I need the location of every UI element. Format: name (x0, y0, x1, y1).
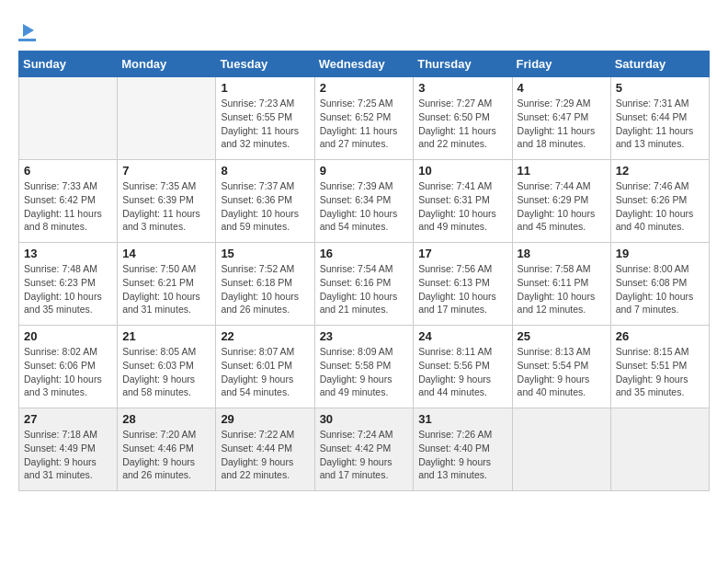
week-row-5: 27Sunrise: 7:18 AMSunset: 4:49 PMDayligh… (19, 408, 710, 491)
calendar-cell: 1Sunrise: 7:23 AMSunset: 6:55 PMDaylight… (216, 77, 314, 160)
day-number: 6 (24, 164, 112, 178)
day-number: 11 (518, 164, 606, 178)
day-number: 2 (320, 81, 409, 95)
day-info: Sunrise: 8:07 AMSunset: 6:01 PMDaylight:… (221, 345, 309, 399)
day-info: Sunrise: 7:35 AMSunset: 6:39 PMDaylight:… (122, 179, 210, 234)
day-info: Sunrise: 7:52 AMSunset: 6:18 PMDaylight:… (221, 262, 309, 316)
day-info: Sunrise: 7:23 AMSunset: 6:55 PMDaylight:… (221, 97, 309, 151)
day-number: 17 (418, 247, 506, 260)
calendar-cell: 19Sunrise: 8:00 AMSunset: 6:08 PMDayligh… (610, 243, 709, 326)
calendar-cell: 9Sunrise: 7:39 AMSunset: 6:34 PMDaylight… (314, 160, 414, 243)
calendar-cell (512, 408, 610, 491)
day-number: 14 (122, 247, 210, 260)
calendar-cell: 25Sunrise: 8:13 AMSunset: 5:54 PMDayligh… (512, 326, 610, 408)
logo-text (18, 18, 36, 40)
weekday-header-row: SundayMondayTuesdayWednesdayThursdayFrid… (19, 52, 710, 77)
day-number: 31 (418, 412, 506, 426)
day-number: 29 (221, 412, 309, 426)
day-info: Sunrise: 8:09 AMSunset: 5:58 PMDaylight:… (320, 345, 409, 399)
day-info: Sunrise: 7:46 AMSunset: 6:26 PMDaylight:… (616, 179, 704, 234)
calendar-cell: 16Sunrise: 7:54 AMSunset: 6:16 PMDayligh… (314, 243, 414, 326)
day-number: 9 (320, 164, 409, 178)
day-number: 30 (320, 412, 409, 426)
day-info: Sunrise: 7:29 AMSunset: 6:47 PMDaylight:… (518, 97, 606, 151)
week-row-3: 13Sunrise: 7:48 AMSunset: 6:23 PMDayligh… (19, 243, 710, 326)
day-number: 10 (418, 164, 506, 178)
calendar-cell: 8Sunrise: 7:37 AMSunset: 6:36 PMDaylight… (216, 160, 314, 243)
day-info: Sunrise: 7:44 AMSunset: 6:29 PMDaylight:… (518, 179, 606, 234)
day-number: 27 (24, 412, 112, 426)
day-info: Sunrise: 7:58 AMSunset: 6:11 PMDaylight:… (518, 262, 606, 316)
day-info: Sunrise: 7:31 AMSunset: 6:44 PMDaylight:… (616, 97, 704, 151)
calendar-cell: 28Sunrise: 7:20 AMSunset: 4:46 PMDayligh… (118, 408, 216, 491)
calendar-cell: 23Sunrise: 8:09 AMSunset: 5:58 PMDayligh… (314, 326, 414, 408)
weekday-header-tuesday: Tuesday (216, 52, 314, 77)
day-number: 4 (518, 81, 606, 95)
calendar-cell: 20Sunrise: 8:02 AMSunset: 6:06 PMDayligh… (19, 326, 118, 408)
day-info: Sunrise: 7:25 AMSunset: 6:52 PMDaylight:… (320, 97, 409, 151)
calendar-cell: 14Sunrise: 7:50 AMSunset: 6:21 PMDayligh… (118, 243, 216, 326)
week-row-2: 6Sunrise: 7:33 AMSunset: 6:42 PMDaylight… (19, 160, 710, 243)
day-info: Sunrise: 8:00 AMSunset: 6:08 PMDaylight:… (616, 262, 704, 316)
weekday-header-thursday: Thursday (414, 52, 512, 77)
weekday-header-sunday: Sunday (19, 52, 118, 77)
day-number: 13 (24, 247, 112, 260)
day-number: 21 (122, 329, 210, 343)
calendar-cell: 17Sunrise: 7:56 AMSunset: 6:13 PMDayligh… (414, 243, 512, 326)
day-number: 28 (122, 412, 210, 426)
day-number: 7 (122, 164, 210, 178)
day-info: Sunrise: 7:24 AMSunset: 4:42 PMDaylight:… (320, 428, 409, 482)
calendar-cell: 24Sunrise: 8:11 AMSunset: 5:56 PMDayligh… (414, 326, 512, 408)
calendar-cell: 27Sunrise: 7:18 AMSunset: 4:49 PMDayligh… (19, 408, 118, 491)
day-number: 20 (24, 329, 112, 343)
logo-icon (19, 22, 36, 39)
day-info: Sunrise: 8:15 AMSunset: 5:51 PMDaylight:… (616, 345, 704, 399)
day-number: 1 (221, 81, 309, 95)
calendar-cell: 2Sunrise: 7:25 AMSunset: 6:52 PMDaylight… (314, 77, 414, 160)
day-number: 22 (221, 329, 309, 343)
week-row-1: 1Sunrise: 7:23 AMSunset: 6:55 PMDaylight… (19, 77, 710, 160)
calendar-cell: 29Sunrise: 7:22 AMSunset: 4:44 PMDayligh… (216, 408, 314, 491)
calendar-cell: 5Sunrise: 7:31 AMSunset: 6:44 PMDaylight… (610, 77, 709, 160)
day-number: 23 (320, 329, 409, 343)
weekday-header-friday: Friday (512, 52, 610, 77)
calendar-table: SundayMondayTuesdayWednesdayThursdayFrid… (18, 51, 710, 491)
calendar-cell: 12Sunrise: 7:46 AMSunset: 6:26 PMDayligh… (610, 160, 709, 243)
day-number: 18 (518, 247, 606, 260)
day-info: Sunrise: 7:48 AMSunset: 6:23 PMDaylight:… (24, 262, 112, 316)
day-info: Sunrise: 8:02 AMSunset: 6:06 PMDaylight:… (24, 345, 112, 399)
calendar-cell (610, 408, 709, 491)
weekday-header-wednesday: Wednesday (314, 52, 414, 77)
weekday-header-saturday: Saturday (610, 52, 709, 77)
weekday-header-monday: Monday (118, 52, 216, 77)
day-info: Sunrise: 7:26 AMSunset: 4:40 PMDaylight:… (418, 428, 506, 482)
day-info: Sunrise: 7:20 AMSunset: 4:46 PMDaylight:… (122, 428, 210, 482)
day-info: Sunrise: 7:18 AMSunset: 4:49 PMDaylight:… (24, 428, 112, 482)
calendar-cell: 15Sunrise: 7:52 AMSunset: 6:18 PMDayligh… (216, 243, 314, 326)
calendar-cell: 11Sunrise: 7:44 AMSunset: 6:29 PMDayligh… (512, 160, 610, 243)
week-row-4: 20Sunrise: 8:02 AMSunset: 6:06 PMDayligh… (19, 326, 710, 408)
day-info: Sunrise: 7:39 AMSunset: 6:34 PMDaylight:… (320, 179, 409, 234)
day-info: Sunrise: 7:56 AMSunset: 6:13 PMDaylight:… (418, 262, 506, 316)
logo (18, 18, 36, 41)
day-info: Sunrise: 8:05 AMSunset: 6:03 PMDaylight:… (122, 345, 210, 399)
calendar-cell: 10Sunrise: 7:41 AMSunset: 6:31 PMDayligh… (414, 160, 512, 243)
day-info: Sunrise: 7:22 AMSunset: 4:44 PMDaylight:… (221, 428, 309, 482)
day-number: 15 (221, 247, 309, 260)
day-number: 24 (418, 329, 506, 343)
day-number: 5 (616, 81, 704, 95)
calendar-cell: 6Sunrise: 7:33 AMSunset: 6:42 PMDaylight… (19, 160, 118, 243)
calendar-cell: 13Sunrise: 7:48 AMSunset: 6:23 PMDayligh… (19, 243, 118, 326)
calendar-cell: 22Sunrise: 8:07 AMSunset: 6:01 PMDayligh… (216, 326, 314, 408)
day-info: Sunrise: 7:37 AMSunset: 6:36 PMDaylight:… (221, 179, 309, 234)
calendar-cell: 4Sunrise: 7:29 AMSunset: 6:47 PMDaylight… (512, 77, 610, 160)
day-info: Sunrise: 7:54 AMSunset: 6:16 PMDaylight:… (320, 262, 409, 316)
calendar-cell: 31Sunrise: 7:26 AMSunset: 4:40 PMDayligh… (414, 408, 512, 491)
day-number: 8 (221, 164, 309, 178)
day-number: 16 (320, 247, 409, 260)
day-number: 19 (616, 247, 704, 260)
day-info: Sunrise: 8:13 AMSunset: 5:54 PMDaylight:… (518, 345, 606, 399)
calendar-cell: 26Sunrise: 8:15 AMSunset: 5:51 PMDayligh… (610, 326, 709, 408)
day-info: Sunrise: 7:41 AMSunset: 6:31 PMDaylight:… (418, 179, 506, 234)
calendar-cell: 3Sunrise: 7:27 AMSunset: 6:50 PMDaylight… (414, 77, 512, 160)
